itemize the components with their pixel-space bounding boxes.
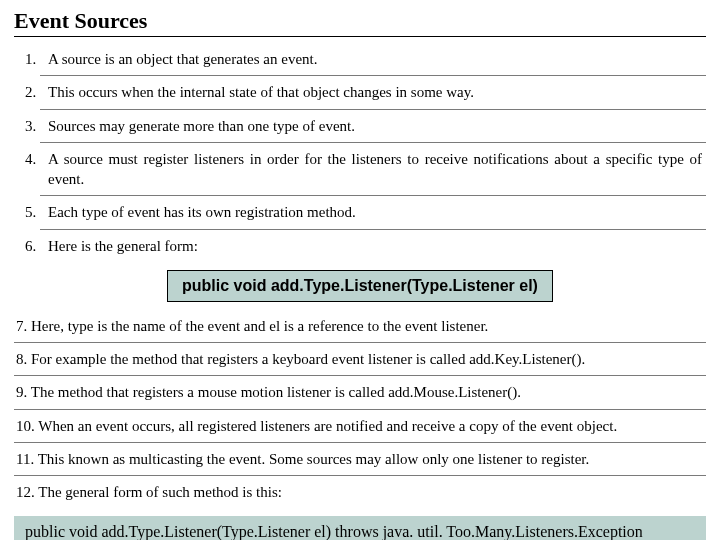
list-item: 12. The general form of such method is t… [14,476,706,508]
ordered-list-bottom: 7. Here, type is the name of the event a… [14,310,706,509]
list-item: 7. Here, type is the name of the event a… [14,310,706,343]
page-title: Event Sources [14,8,706,37]
code-signature-box: public void add.Type.Listener(Type.Liste… [167,270,553,302]
list-item: A source must register listeners in orde… [40,143,706,197]
list-item: 9. The method that registers a mouse mot… [14,376,706,409]
list-item: Here is the general form: [40,230,706,262]
list-item: This occurs when the internal state of t… [40,76,706,109]
ordered-list-top: A source is an object that generates an … [14,43,706,262]
code-signature-box-wide: public void add.Type.Listener(Type.Liste… [14,516,706,540]
list-item: 10. When an event occurs, all registered… [14,410,706,443]
list-item: 8. For example the method that registers… [14,343,706,376]
list-item: Each type of event has its own registrat… [40,196,706,229]
list-item: A source is an object that generates an … [40,43,706,76]
list-item: Sources may generate more than one type … [40,110,706,143]
list-item: 11. This known as multicasting the event… [14,443,706,476]
